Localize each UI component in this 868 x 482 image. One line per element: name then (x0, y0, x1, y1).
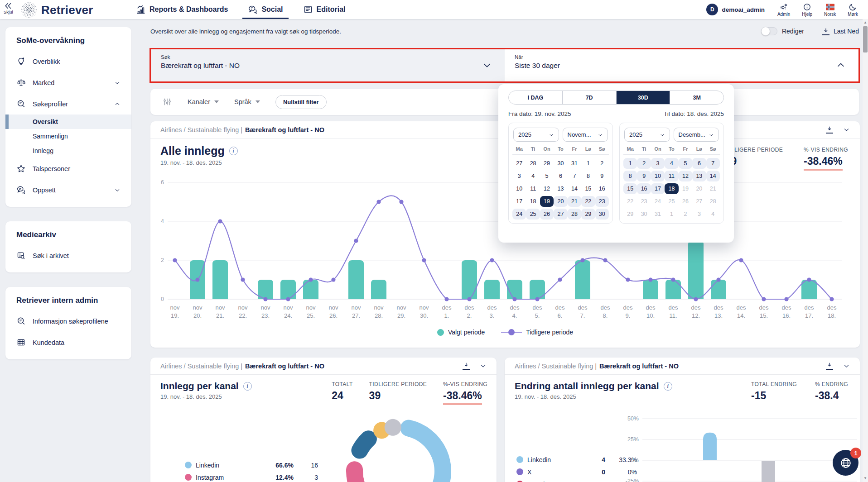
tab-reports-dashboards[interactable]: Reports & Dashboards (134, 0, 230, 19)
calendar-day[interactable]: 14 (706, 171, 720, 181)
sidebar-item-talspersoner[interactable]: Talspersoner (5, 158, 131, 179)
sidebar-item-oversikt[interactable]: Oversikt (5, 115, 131, 129)
topbar-action-m-rk[interactable]: Mørk (848, 3, 858, 17)
sidebar-item-kundedata[interactable]: Kundedata (5, 332, 131, 353)
calendar-year-select[interactable]: 2025 (624, 128, 670, 142)
calendar-day[interactable]: 5 (540, 171, 554, 181)
calendar-day[interactable]: 24 (512, 209, 526, 220)
calendar-day[interactable]: 28 (568, 209, 581, 220)
tab-editorial[interactable]: Editorial (301, 0, 347, 19)
calendar-day[interactable]: 27 (554, 209, 567, 220)
info-icon[interactable]: i (664, 382, 672, 391)
calendar-day[interactable]: 8 (623, 171, 637, 181)
download-chart-button[interactable] (826, 362, 833, 370)
topbar-action-admin[interactable]: Admin (777, 3, 790, 17)
calendar-day[interactable]: 23 (595, 196, 609, 207)
calendar-day[interactable]: 4 (526, 171, 540, 181)
info-icon[interactable]: i (229, 147, 238, 155)
channels-filter[interactable]: Kanaler (188, 98, 219, 105)
calendar-day[interactable]: 9 (595, 171, 609, 181)
calendar-month-select[interactable]: Desemb... (674, 128, 719, 142)
calendar-day[interactable]: 31 (568, 158, 581, 169)
search-profile-select[interactable]: Søk Bærekraft og luftfart - NO (151, 49, 505, 81)
calendar-day[interactable]: 12 (540, 183, 554, 194)
calendar-day[interactable]: 17 (512, 196, 526, 207)
calendar-day[interactable]: 21 (568, 196, 581, 207)
calendar-day[interactable]: 30 (554, 158, 567, 169)
calendar-day[interactable]: 19 (540, 196, 554, 207)
calendar-day[interactable]: 2 (637, 158, 651, 169)
calendar-day[interactable]: 14 (568, 183, 581, 194)
sidebar-collapse-button[interactable]: Skjul (4, 1, 13, 14)
calendar-day[interactable]: 6 (554, 171, 567, 181)
support-fab-button[interactable]: 1 (833, 450, 858, 476)
download-chart-button[interactable] (826, 126, 833, 134)
preset-30d[interactable]: 30D (616, 91, 670, 104)
calendar-day[interactable]: 8 (581, 171, 595, 181)
calendar-day[interactable]: 1 (581, 158, 595, 169)
calendar-day[interactable]: 7 (568, 171, 581, 181)
edit-toggle[interactable]: Rediger (761, 27, 804, 35)
calendar-day[interactable]: 18 (665, 183, 678, 194)
sidebar-item-informasjon-s-keprofilene[interactable]: Informasjon søkeprofilene (5, 310, 131, 332)
calendar-day[interactable]: 20 (554, 196, 567, 207)
calendar-day[interactable]: 26 (540, 209, 554, 220)
sidebar-item-marked[interactable]: Marked (5, 72, 131, 93)
calendar-day[interactable]: 16 (637, 183, 651, 194)
calendar-month-select[interactable]: Novem... (563, 128, 608, 142)
tab-social[interactable]: Social (246, 0, 285, 19)
preset-7d[interactable]: 7D (562, 91, 616, 104)
calendar-day[interactable]: 17 (651, 183, 665, 194)
calendar-day[interactable]: 15 (623, 183, 637, 194)
scrollbar-thumb[interactable] (863, 26, 868, 52)
collapse-card-button[interactable] (843, 126, 850, 133)
calendar-day[interactable]: 2 (595, 158, 609, 169)
calendar-day[interactable]: 5 (679, 158, 692, 169)
topbar-action-hjelp[interactable]: Hjelp (802, 3, 812, 17)
scroll-down-arrow[interactable]: ▼ (863, 476, 868, 481)
sidebar-item-s-k-i-arkivet[interactable]: Søk i arkivet (5, 245, 131, 266)
collapse-card-button[interactable] (480, 363, 487, 369)
calendar-day[interactable]: 3 (512, 171, 526, 181)
preset-3m[interactable]: 3M (670, 91, 723, 104)
calendar-day[interactable]: 6 (692, 158, 706, 169)
calendar-day[interactable]: 10 (512, 183, 526, 194)
calendar-day[interactable]: 12 (679, 171, 692, 181)
calendar-day[interactable]: 29 (540, 158, 554, 169)
calendar-day[interactable]: 30 (595, 209, 609, 220)
calendar-day[interactable]: 11 (665, 171, 678, 181)
user-menu[interactable]: D demoai_admin (706, 4, 765, 15)
sidebar-item-sammenlign[interactable]: Sammenlign (5, 129, 131, 143)
page-scrollbar[interactable]: ▲ ▼ (863, 19, 868, 482)
toggle-switch[interactable] (761, 27, 777, 35)
brand-logo[interactable]: Retriever (21, 2, 93, 18)
reset-filters-button[interactable]: Nullstill filter (275, 95, 327, 109)
calendar-day[interactable]: 27 (512, 158, 526, 169)
download-chart-button[interactable] (463, 362, 470, 370)
calendar-day[interactable]: 29 (581, 209, 595, 220)
language-filter[interactable]: Språk (234, 98, 260, 105)
download-page-button[interactable]: Last Ned (822, 28, 859, 35)
calendar-day[interactable]: 9 (637, 171, 651, 181)
calendar-day[interactable]: 13 (692, 171, 706, 181)
preset-i-dag[interactable]: I DAG (509, 91, 562, 104)
scroll-up-arrow[interactable]: ▲ (863, 20, 868, 25)
calendar-day[interactable]: 28 (526, 158, 540, 169)
sidebar-item-overblikk[interactable]: Overblikk (5, 51, 131, 72)
sidebar-item-innlegg[interactable]: Innlegg (5, 143, 131, 158)
calendar-day[interactable]: 4 (665, 158, 678, 169)
calendar-day[interactable]: 18 (526, 196, 540, 207)
period-select[interactable]: Når Siste 30 dager (505, 49, 858, 81)
sidebar-item-s-keprofiler[interactable]: Søkeprofiler (5, 93, 131, 115)
calendar-day[interactable]: 10 (651, 171, 665, 181)
topbar-action-norsk[interactable]: Norsk (824, 3, 836, 17)
sidebar-item-oppsett[interactable]: Oppsett (5, 179, 131, 200)
calendar-day[interactable]: 1 (623, 158, 637, 169)
calendar-day[interactable]: 11 (526, 183, 540, 194)
calendar-day[interactable]: 16 (595, 183, 609, 194)
calendar-day[interactable]: 3 (651, 158, 665, 169)
calendar-day[interactable]: 7 (706, 158, 720, 169)
calendar-day[interactable]: 13 (554, 183, 567, 194)
collapse-card-button[interactable] (843, 363, 850, 369)
calendar-day[interactable]: 22 (581, 196, 595, 207)
